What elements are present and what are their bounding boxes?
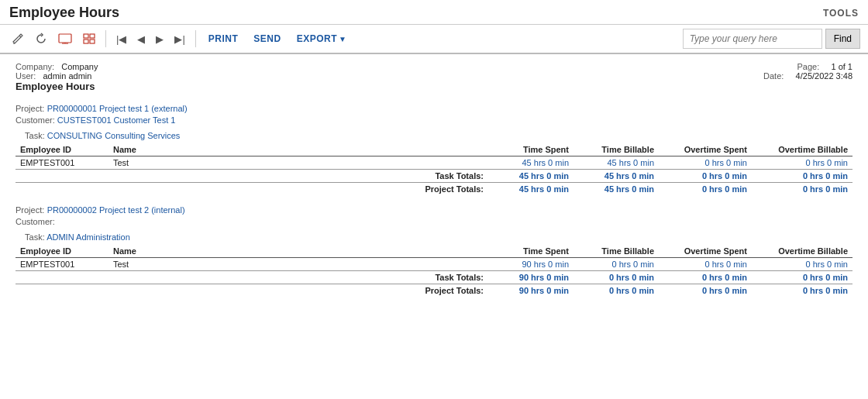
user-value: admin admin xyxy=(43,71,91,81)
project-value-0: PR00000001 Project test 1 (external) xyxy=(47,104,188,113)
overtime-billable-cell: 0 hrs 0 min xyxy=(752,258,852,271)
customer-line-0: Customer: CUSTEST001 Customer Test 1 xyxy=(16,115,852,125)
task-totals-label: Task Totals: xyxy=(264,271,488,284)
nav-next-button[interactable]: ▶ xyxy=(152,32,167,46)
project-totals-overtime-billable: 0 hrs 0 min xyxy=(752,183,852,196)
edit-button[interactable] xyxy=(8,30,28,47)
edit-icon xyxy=(12,33,24,45)
col-overtime-billable: Overtime Billable xyxy=(752,143,852,157)
project-totals-time-spent: 90 hrs 0 min xyxy=(488,284,574,298)
page-label: Page: xyxy=(797,62,819,71)
col-overtime-billable: Overtime Billable xyxy=(752,245,852,258)
data-table-0-0: Employee ID Name Time Spent Time Billabl… xyxy=(16,143,852,195)
nav-prev-button[interactable]: ◀ xyxy=(133,32,149,46)
project-totals-time-billable: 0 hrs 0 min xyxy=(574,284,659,298)
col-time-billable: Time Billable xyxy=(574,245,659,258)
time-spent-cell: 90 hrs 0 min xyxy=(488,258,574,271)
project-totals-row: Project Totals: 45 hrs 0 min 45 hrs 0 mi… xyxy=(16,183,852,196)
properties-button[interactable] xyxy=(79,30,99,47)
find-button[interactable]: Find xyxy=(825,29,860,49)
task-totals-time-billable: 45 hrs 0 min xyxy=(574,170,659,183)
col-time-billable: Time Billable xyxy=(574,143,659,157)
emp-id-cell: EMPTEST001 xyxy=(16,157,108,170)
time-billable-cell: 45 hrs 0 min xyxy=(574,157,659,170)
name-cell: Test xyxy=(108,258,264,271)
col-name: Name xyxy=(108,245,264,258)
col-emp-id: Employee ID xyxy=(16,245,108,258)
task-totals-time-spent: 90 hrs 0 min xyxy=(488,271,574,284)
name-cell: Test xyxy=(108,157,264,170)
svg-rect-7 xyxy=(90,40,95,43)
project-totals-overtime-spent: 0 hrs 0 min xyxy=(659,284,752,298)
print-button[interactable]: PRINT xyxy=(202,31,245,46)
report-content: Company: Company User: admin admin Emplo… xyxy=(0,54,868,399)
page-title: Employee Hours xyxy=(9,5,119,21)
overtime-spent-cell: 0 hrs 0 min xyxy=(659,157,752,170)
task-totals-overtime-billable: 0 hrs 0 min xyxy=(752,271,852,284)
project-totals-time-spent: 45 hrs 0 min xyxy=(488,183,574,196)
table-row: EMPTEST001 Test 90 hrs 0 min 0 hrs 0 min… xyxy=(16,258,852,271)
overtime-billable-cell: 0 hrs 0 min xyxy=(752,157,852,170)
company-label: Company: xyxy=(16,62,54,71)
project-line-1: Project: PR00000002 Project test 2 (inte… xyxy=(16,205,852,215)
project-totals-time-billable: 45 hrs 0 min xyxy=(574,183,659,196)
nav-first-button[interactable]: |◀ xyxy=(112,32,130,46)
search-area: Find xyxy=(683,29,860,49)
project-totals-label: Project Totals: xyxy=(264,183,488,196)
screen-button[interactable] xyxy=(54,31,76,46)
report-meta-right: Page: 1 of 1 Date: 4/25/2022 3:48 xyxy=(763,62,852,100)
separator-1 xyxy=(105,30,106,47)
time-spent-cell: 45 hrs 0 min xyxy=(488,157,574,170)
search-input[interactable] xyxy=(683,29,822,49)
col-time-spent: Time Spent xyxy=(488,245,574,258)
nav-last-button[interactable]: ▶| xyxy=(170,32,188,46)
task-totals-time-spent: 45 hrs 0 min xyxy=(488,170,574,183)
toolbar: |◀ ◀ ▶ ▶| PRINT SEND EXPORT ▼ Find xyxy=(0,25,868,54)
user-label: User: xyxy=(16,71,36,81)
svg-rect-6 xyxy=(84,40,88,43)
project-totals-row: Project Totals: 90 hrs 0 min 0 hrs 0 min… xyxy=(16,284,852,298)
customer-line-1: Customer: xyxy=(16,217,852,226)
col-overtime-spent: Overtime Spent xyxy=(659,245,752,258)
time-billable-cell: 0 hrs 0 min xyxy=(574,258,659,271)
project-totals-overtime-spent: 0 hrs 0 min xyxy=(659,183,752,196)
overtime-spent-cell: 0 hrs 0 min xyxy=(659,258,752,271)
project-totals-label: Project Totals: xyxy=(264,284,488,298)
send-button[interactable]: SEND xyxy=(247,31,287,46)
col-emp-id: Employee ID xyxy=(16,143,108,157)
properties-icon xyxy=(83,33,95,45)
customer-label-0: Customer: xyxy=(16,115,55,125)
report-title: Employee Hours xyxy=(16,81,98,92)
col-name: Name xyxy=(108,143,264,157)
spacer-cell xyxy=(264,157,488,170)
project-label-1: Project: xyxy=(16,205,44,215)
task-totals-label: Task Totals: xyxy=(264,170,488,183)
report-meta: Company: Company User: admin admin Emplo… xyxy=(16,62,852,100)
task-totals-overtime-spent: 0 hrs 0 min xyxy=(659,170,752,183)
project-line-0: Project: PR00000001 Project test 1 (exte… xyxy=(16,103,852,114)
task-totals-row: Task Totals: 45 hrs 0 min 45 hrs 0 min 0… xyxy=(16,170,852,183)
section-separator xyxy=(16,195,852,205)
spacer-cell xyxy=(264,258,488,271)
table-row: EMPTEST001 Test 45 hrs 0 min 45 hrs 0 mi… xyxy=(16,157,852,170)
report-meta-left: Company: Company User: admin admin Emplo… xyxy=(16,62,98,100)
project-totals-overtime-billable: 0 hrs 0 min xyxy=(752,284,852,298)
project-label-0: Project: xyxy=(16,104,44,113)
task-totals-time-billable: 0 hrs 0 min xyxy=(574,271,659,284)
company-value: Company xyxy=(61,62,98,71)
svg-rect-5 xyxy=(90,34,95,38)
projects-container: Project: PR00000001 Project test 1 (exte… xyxy=(16,103,852,297)
task-line-0-0: Task: CONSULTING Consulting Services xyxy=(16,131,852,140)
date-value: 4/25/2022 3:48 xyxy=(796,71,852,81)
customer-label-1: Customer: xyxy=(16,217,55,226)
refresh-icon xyxy=(35,33,47,45)
col-overtime-spent: Overtime Spent xyxy=(659,143,752,157)
emp-id-cell: EMPTEST001 xyxy=(16,258,108,271)
screen-icon xyxy=(58,33,72,44)
export-button[interactable]: EXPORT ▼ xyxy=(291,31,353,46)
tools-label: TOOLS xyxy=(823,8,859,19)
refresh-button[interactable] xyxy=(31,30,51,47)
date-label: Date: xyxy=(763,71,784,81)
customer-value-0: CUSTEST001 Customer Test 1 xyxy=(57,115,176,125)
task-totals-row: Task Totals: 90 hrs 0 min 0 hrs 0 min 0 … xyxy=(16,271,852,284)
